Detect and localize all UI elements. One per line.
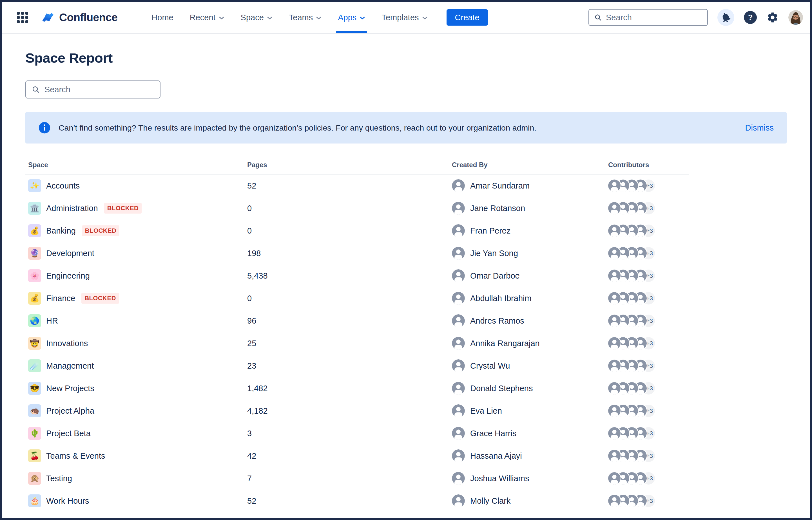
person-avatar-icon [452,269,465,282]
profile-avatar[interactable] [788,10,803,25]
space-emoji-icon: 💰 [28,292,41,305]
table-row: 💰 Finance BLOCKED 0 Abdullah Ibrahim [25,287,689,310]
creator-name: Amar Sundaram [470,181,530,190]
space-name: Project Beta [46,429,91,438]
nav-menu-item[interactable]: Space [233,2,281,33]
contributors-stack[interactable]: +3 [608,382,689,394]
contributors-stack[interactable]: +3 [608,450,689,462]
nav-menu: Home Recent Space Teams [143,2,436,33]
space-name: Work Hours [46,496,89,506]
info-banner: Can’t find something? The results are im… [25,112,787,144]
space-link[interactable]: 🌸 Engineering BLOCKED [28,269,247,282]
global-search[interactable] [588,9,708,26]
confluence-logo[interactable]: Confluence [41,11,118,24]
report-search[interactable] [25,80,160,99]
top-nav: Confluence Home Recent Space [2,2,810,34]
space-link[interactable]: 💰 Banking BLOCKED [28,224,247,237]
contributor-avatar-icon [608,360,620,372]
contributors-stack[interactable]: +3 [608,360,689,372]
person-avatar-icon [452,224,465,237]
contributor-avatar-icon [608,450,620,462]
page-title: Space Report [25,50,787,66]
space-link[interactable]: 🙊 Testing BLOCKED [28,472,247,485]
space-link[interactable]: 🎂 Work Hours BLOCKED [28,494,247,507]
person-avatar-icon [452,427,465,440]
dismiss-link[interactable]: Dismiss [745,123,774,132]
report-search-input[interactable] [45,85,154,94]
search-icon [594,14,602,21]
pages-count: 23 [247,361,452,371]
contributors-stack[interactable]: +3 [608,225,689,237]
space-emoji-icon: 🤠 [28,337,41,350]
space-name: Teams & Events [46,451,105,461]
contributors-stack[interactable]: +3 [608,337,689,349]
contributors-stack[interactable]: +3 [608,180,689,192]
space-link[interactable]: 🏛️ Administration BLOCKED [28,202,247,215]
app-switcher-icon[interactable] [17,12,28,23]
space-link[interactable]: 😎 New Projects BLOCKED [28,382,247,395]
space-link[interactable]: 🔮 Development BLOCKED [28,247,247,260]
blocked-badge: BLOCKED [82,226,120,236]
person-avatar-icon [452,247,465,260]
space-link[interactable]: 💰 Finance BLOCKED [28,292,247,305]
created-by-cell: Grace Harris [452,427,608,440]
space-link[interactable]: 🌏 HR BLOCKED [28,314,247,327]
nav-menu-item[interactable]: Templates [373,2,436,33]
contributors-stack[interactable]: +3 [608,495,689,507]
person-avatar-icon [452,179,465,192]
creator-name: Donald Stephens [470,384,533,393]
nav-menu-item[interactable]: Recent [182,2,233,33]
space-name: HR [46,316,58,326]
contributors-stack[interactable]: +3 [608,202,689,214]
space-name: Project Alpha [46,406,94,416]
help-icon: ? [748,13,753,22]
creator-name: Andres Ramos [470,316,524,326]
space-emoji-icon: 🎂 [28,494,41,507]
created-by-cell: Omar Darboe [452,269,608,282]
table-body: ✨ Accounts BLOCKED 52 Amar Sundaram [25,175,689,512]
nav-menu-item[interactable]: Teams [281,2,330,33]
contributor-avatar-icon [608,247,620,259]
contributors-stack[interactable]: +3 [608,472,689,485]
nav-item-label: Home [151,13,173,22]
settings-button[interactable] [766,11,779,24]
space-link[interactable]: 🦔 Project Alpha BLOCKED [28,405,247,417]
table-row: 🤠 Innovations BLOCKED 25 Annika Rangaraj… [25,332,689,355]
blocked-badge: BLOCKED [104,203,142,213]
global-search-input[interactable] [606,13,702,22]
nav-menu-item[interactable]: Apps [330,2,373,33]
nav-item-label: Space [241,13,264,22]
table-row: 🌏 HR BLOCKED 96 Andres Ramos [25,310,689,332]
contributor-avatar-icon [608,225,620,237]
contributors-stack[interactable]: +3 [608,269,689,282]
creator-name: Jane Rotanson [470,204,525,213]
notifications-button[interactable] [717,9,734,26]
contributors-stack[interactable]: +3 [608,427,689,440]
table-row: 🦔 Project Alpha BLOCKED 4,182 Eva Lien [25,399,689,422]
space-link[interactable]: 🌵 Project Beta BLOCKED [28,427,247,440]
pages-count: 42 [247,451,452,461]
pages-count: 52 [247,181,452,190]
contributors-stack[interactable]: +3 [608,247,689,259]
space-emoji-icon: 🌸 [28,269,41,282]
nav-menu-item[interactable]: Home [143,2,181,33]
contributors-stack[interactable]: +3 [608,405,689,417]
help-button[interactable]: ? [744,11,757,24]
space-link[interactable]: 🤠 Innovations BLOCKED [28,337,247,350]
table-row: 💰 Banking BLOCKED 0 Fran Perez [25,219,689,242]
space-name: Development [46,249,94,258]
pages-count: 7 [247,474,452,483]
column-header-pages: Pages [247,161,452,169]
space-link[interactable]: ☄️ Management BLOCKED [28,359,247,372]
created-by-cell: Eva Lien [452,405,608,417]
contributors-stack[interactable]: +3 [608,315,689,327]
contributor-avatar-icon [608,382,620,394]
space-link[interactable]: 🍒 Teams & Events BLOCKED [28,449,247,462]
table-row: 🍒 Teams & Events BLOCKED 42 Hassana Ajay… [25,445,689,467]
create-button[interactable]: Create [447,9,488,26]
space-report-table: Space Pages Created By Contributors ✨ Ac… [25,161,689,512]
contributors-stack[interactable]: +3 [608,292,689,305]
creator-name: Hassana Ajayi [470,451,522,461]
person-avatar-icon [452,202,465,215]
space-link[interactable]: ✨ Accounts BLOCKED [28,179,247,192]
